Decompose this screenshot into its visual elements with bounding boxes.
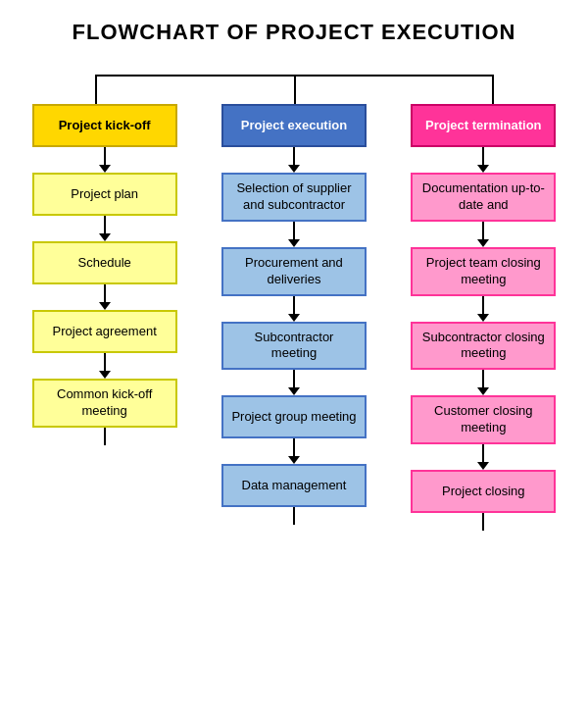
arrowhead-t4 [477, 387, 489, 395]
arrow-e3 [293, 296, 295, 314]
arrow-e2 [293, 222, 295, 239]
node-execution-2: Subcontractor meeting [221, 322, 367, 371]
header-kickoff: Project kick-off [32, 104, 177, 147]
node-kickoff-1: Schedule [32, 241, 177, 284]
node-termination-3: Customer closing meeting [411, 395, 556, 444]
arrowhead-t2 [477, 239, 489, 247]
node-termination-1: Project team closing meeting [411, 247, 556, 296]
arrowhead-3 [99, 302, 111, 310]
arrow-3 [104, 284, 106, 302]
arrow-2 [104, 216, 106, 233]
arrowhead-t5 [477, 462, 489, 470]
arrowhead-2 [99, 233, 111, 241]
arrow-t1 [482, 147, 484, 165]
arrowhead-4 [99, 371, 111, 379]
column-termination: Project termination Documentation up-to-… [398, 104, 569, 531]
node-execution-0: Selection of supplier and subcontractor [221, 173, 367, 222]
arrowhead-e3 [288, 314, 300, 322]
arrow-e6 [293, 507, 295, 525]
arrow-e4 [293, 370, 295, 387]
arrow-t6 [482, 513, 484, 531]
column-execution: Project execution Selection of supplier … [208, 104, 379, 525]
arrowhead-e5 [288, 456, 300, 464]
node-termination-2: Subcontractor closing meeting [411, 322, 556, 371]
node-execution-3: Project group meeting [221, 395, 367, 438]
arrow-t5 [482, 444, 484, 462]
header-execution: Project execution [221, 104, 367, 147]
arrow-1 [104, 147, 106, 165]
arrow-5 [104, 428, 106, 445]
arrow-t2 [482, 222, 484, 239]
arrow-t3 [482, 296, 484, 314]
arrowhead-e4 [288, 387, 300, 395]
flowchart: Project kick-off Project plan Schedule P… [10, 104, 578, 531]
node-execution-4: Data management [221, 464, 367, 507]
arrowhead-e1 [288, 165, 300, 173]
arrowhead-t3 [477, 314, 489, 322]
arrow-e5 [293, 438, 295, 456]
arrow-t4 [482, 370, 484, 387]
column-kickoff: Project kick-off Project plan Schedule P… [19, 104, 190, 445]
arrow-e1 [293, 147, 295, 165]
arrowhead-1 [99, 165, 111, 173]
node-kickoff-0: Project plan [32, 173, 177, 216]
node-kickoff-2: Project agreement [32, 310, 177, 353]
node-termination-0: Documentation up-to-date and [411, 173, 556, 222]
arrowhead-t1 [477, 165, 489, 173]
node-termination-4: Project closing [411, 470, 556, 513]
arrowhead-e2 [288, 239, 300, 247]
header-termination: Project termination [411, 104, 556, 147]
page-title: FLOWCHART OF PROJECT EXECUTION [10, 20, 578, 45]
node-kickoff-3: Common kick-off meeting [32, 379, 177, 428]
arrow-4 [104, 353, 106, 371]
node-execution-1: Procurement and deliveries [221, 247, 367, 296]
